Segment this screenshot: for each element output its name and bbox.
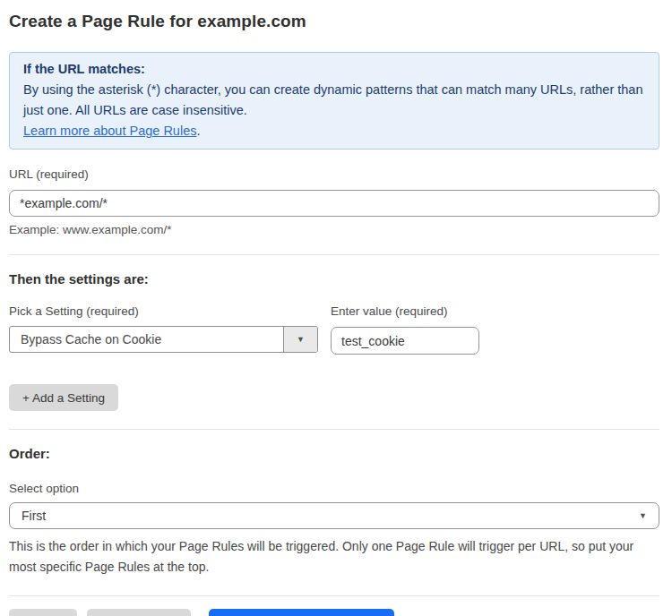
page-title: Create a Page Rule for example.com [9,0,659,31]
setting-dropdown-button[interactable]: ▼ [283,327,317,352]
order-heading: Order: [9,446,659,461]
info-box-body: By using the asterisk (*) character, you… [23,80,645,121]
info-box-link-line: Learn more about Page Rules. [23,121,645,141]
url-label: URL (required) [9,167,659,181]
setting-value-column: Enter value (required) [331,287,479,355]
order-select-value: First [22,509,46,523]
divider [9,254,659,255]
setting-picker-column: Pick a Setting (required) Bypass Cache o… [9,287,318,353]
create-page-rule-form: Create a Page Rule for example.com If th… [0,0,672,616]
settings-heading: Then the settings are: [9,271,659,287]
form-actions: Cancel Save as Draft Save and Deploy Pag… [9,609,659,616]
order-helper-text: This is the order in which your Page Rul… [9,536,659,578]
save-as-draft-button[interactable]: Save as Draft [87,609,191,616]
setting-picker-dropdown[interactable]: Bypass Cache on Cookie ▼ [9,326,318,353]
divider [9,595,659,596]
url-helper-text: Example: www.example.com/* [9,223,659,236]
add-setting-button[interactable]: + Add a Setting [9,384,118,411]
setting-picker-value: Bypass Cache on Cookie [10,327,283,352]
order-select-dropdown[interactable]: First ▼ [9,502,659,529]
url-match-info-box: If the URL matches: By using the asteris… [9,52,659,150]
setting-row: Pick a Setting (required) Bypass Cache o… [9,287,659,355]
cancel-button[interactable]: Cancel [9,609,77,616]
order-select-label: Select option [9,482,659,495]
chevron-down-icon: ▼ [639,512,647,520]
url-input[interactable] [9,190,659,217]
divider [9,429,659,430]
learn-more-link[interactable]: Learn more about Page Rules [23,124,196,138]
setting-picker-label: Pick a Setting (required) [9,304,318,318]
setting-value-input[interactable] [331,327,479,355]
save-and-deploy-button[interactable]: Save and Deploy Page Rule [209,609,395,616]
info-box-heading: If the URL matches: [23,59,645,80]
link-period: . [196,124,200,138]
chevron-down-icon: ▼ [297,336,305,344]
setting-value-label: Enter value (required) [331,304,479,318]
